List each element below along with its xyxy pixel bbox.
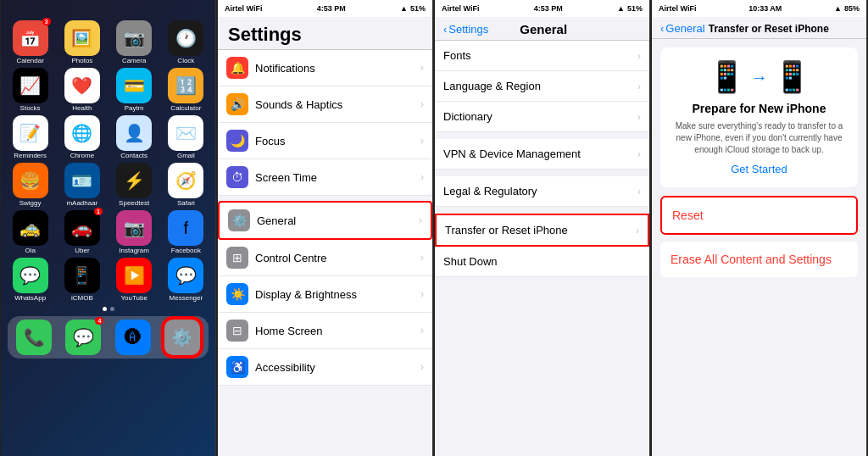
app-label: Safari xyxy=(177,199,195,207)
dock-icon-messages[interactable]: 💬 4 Messages xyxy=(60,320,106,355)
settings-item-control-centre[interactable]: ⊞ Control Centre › xyxy=(218,240,432,276)
settings-item-screen-time[interactable]: ⏱ Screen Time › xyxy=(218,159,432,196)
arrow-icon: → xyxy=(751,68,768,87)
erase-label: Erase All Content and Settings xyxy=(670,253,832,266)
app-icon-contacts[interactable]: 👤 Contacts xyxy=(110,115,159,159)
general-item-dictionary[interactable]: Dictionary › xyxy=(435,102,649,132)
app-icon-speedtest[interactable]: ⚡ Speedtest xyxy=(110,163,159,207)
app-label: Gmail xyxy=(177,152,195,159)
app-icon-whatsapp[interactable]: 💬 WhatsApp xyxy=(6,258,54,302)
app-label: Photos xyxy=(71,57,92,64)
app-icon-chrome[interactable]: 🌐 Chrome xyxy=(58,115,106,159)
app-icon-messenger[interactable]: 💬 Messenger xyxy=(162,258,210,302)
settings-item-icon: ⚙️ xyxy=(228,209,250,231)
app-label: iCMOB xyxy=(71,294,93,302)
reset-panel: Airtel WiFi 10:33 AM ▲ 85% ‹ General Tra… xyxy=(651,0,868,456)
chevron-icon: › xyxy=(637,111,641,123)
status-bar-general: Airtel WiFi 4:53 PM ▲ 51% xyxy=(435,0,649,17)
new-phone-icon: 📱 xyxy=(773,59,811,95)
app-label: YouTube xyxy=(120,294,147,302)
section-gap xyxy=(435,170,649,176)
app-icon-camera[interactable]: 📷 Camera xyxy=(110,20,159,64)
app-icon-reminders[interactable]: 📝 Reminders xyxy=(6,115,54,159)
general-item-label: Dictionary xyxy=(443,110,637,123)
battery-s: 51% xyxy=(410,4,426,13)
general-item-label: Fonts xyxy=(443,49,637,62)
general-item-language-&-region[interactable]: Language & Region › xyxy=(435,71,649,102)
app-icon-paytm[interactable]: 💳 Paytm xyxy=(110,68,159,112)
app-icon-gmail[interactable]: ✉️ Gmail xyxy=(162,115,210,159)
phone-icon: 📱 xyxy=(708,59,746,95)
app-label: Camera xyxy=(122,57,146,64)
general-item-shut-down[interactable]: Shut Down xyxy=(435,247,649,277)
chevron-icon: › xyxy=(420,252,424,264)
settings-item-home-screen[interactable]: ⊟ Home Screen › xyxy=(218,313,432,349)
app-icon-uber[interactable]: 🚗 1 Uber xyxy=(58,210,106,254)
app-icon-instagram[interactable]: 📷 Instagram xyxy=(110,210,159,254)
back-button-reset[interactable]: ‹ General xyxy=(660,22,705,35)
general-item-vpn-&-device-management[interactable]: VPN & Device Management › xyxy=(435,139,649,170)
prepare-icon: 📱 → 📱 xyxy=(670,59,848,95)
app-icon-img: f xyxy=(168,210,203,246)
settings-item-label: Notifications xyxy=(255,62,420,75)
settings-item-sounds-&-haptics[interactable]: 🔊 Sounds & Haptics › xyxy=(218,86,432,123)
dock-icon-app store[interactable]: 🅐 App Store xyxy=(110,320,156,355)
chevron-icon: › xyxy=(420,135,424,147)
app-icon-img: 👤 xyxy=(116,115,152,151)
app-icon-img: 📈 xyxy=(13,68,48,103)
app-grid: 📅 3 Calendar 🖼️ Photos 📷 Camera 🕐 Clock … xyxy=(4,19,212,303)
dock-icon-phone[interactable]: 📞 Phone xyxy=(11,320,57,355)
reset-button[interactable]: Reset xyxy=(660,196,858,235)
app-icon-health[interactable]: ❤️ Health xyxy=(58,68,106,112)
dot-2 xyxy=(110,307,114,311)
app-icon-img: ❤️ xyxy=(64,68,100,103)
app-icon-img: 📅 3 xyxy=(13,20,48,56)
settings-item-label: Display & Brightness xyxy=(255,288,420,301)
chevron-icon: › xyxy=(420,171,424,183)
chevron-icon: › xyxy=(637,81,641,92)
app-icon-img: 🪪 xyxy=(64,163,100,198)
app-icon-ola[interactable]: 🚕 Ola xyxy=(6,210,54,254)
general-carrier: Airtel WiFi xyxy=(442,4,479,13)
app-icon-facebook[interactable]: f Facebook xyxy=(162,210,210,254)
chevron-icon: › xyxy=(420,361,424,373)
reset-nav-bar: ‹ General Transfer or Reset iPhone xyxy=(652,17,866,39)
app-icon-stocks[interactable]: 📈 Stocks xyxy=(6,68,54,112)
general-item-transfer-or-reset-iphone[interactable]: Transfer or Reset iPhone › xyxy=(435,214,649,247)
app-icon-maadhaar[interactable]: 🪪 mAadhaar xyxy=(58,163,106,207)
reset-content: 📱 → 📱 Prepare for New iPhone Make sure e… xyxy=(652,39,866,456)
chevron-icon: › xyxy=(420,288,424,300)
settings-item-accessibility[interactable]: ♿ Accessibility › xyxy=(218,349,432,386)
badge: 3 xyxy=(42,18,51,25)
dock-icon-settings[interactable]: ⚙️ Settings xyxy=(159,320,205,355)
app-icon-swiggy[interactable]: 🍔 Swiggy xyxy=(6,163,54,207)
app-icon-img: 💬 xyxy=(13,258,48,293)
get-started-button[interactable]: Get Started xyxy=(670,163,848,175)
general-title: General xyxy=(488,22,598,36)
settings-item-display-&-brightness[interactable]: ☀️ Display & Brightness › xyxy=(218,276,432,313)
app-icon-icmob[interactable]: 📱 iCMOB xyxy=(58,258,106,302)
settings-item-focus[interactable]: 🌙 Focus › xyxy=(218,123,432,159)
app-icon-youtube[interactable]: ▶️ YouTube xyxy=(110,258,159,302)
app-icon-safari[interactable]: 🧭 Safari xyxy=(162,163,210,207)
app-icon-img: ✉️ xyxy=(168,115,203,151)
wifi-icon-g: ▲ xyxy=(617,4,625,13)
home-content: 📅 3 Calendar 🖼️ Photos 📷 Camera 🕐 Clock … xyxy=(1,17,215,456)
app-icon-calculator[interactable]: 🔢 Calculator xyxy=(162,68,210,112)
app-icon-img: 📷 xyxy=(116,20,152,56)
app-icon-clock[interactable]: 🕐 Clock xyxy=(162,20,210,64)
app-icon-calendar[interactable]: 📅 3 Calendar xyxy=(6,20,54,64)
general-item-legal-&-regulatory[interactable]: Legal & Regulatory › xyxy=(435,176,649,207)
settings-item-notifications[interactable]: 🔔 Notifications › xyxy=(218,50,432,86)
app-icon-photos[interactable]: 🖼️ Photos xyxy=(58,20,106,64)
general-nav-bar: ‹ Settings General xyxy=(435,17,649,41)
app-icon-img: 🍔 xyxy=(13,163,48,198)
app-label: Calculator xyxy=(170,104,201,112)
app-icon-img: 🚗 1 xyxy=(64,210,100,246)
settings-item-general[interactable]: ⚙️ General › xyxy=(218,201,432,240)
general-item-fonts[interactable]: Fonts › xyxy=(435,41,649,71)
back-button-general[interactable]: ‹ Settings xyxy=(443,23,488,36)
erase-button[interactable]: Erase All Content and Settings xyxy=(660,242,858,277)
settings-item-label: Control Centre xyxy=(255,252,420,264)
dock: 📞 Phone 💬 4 Messages 🅐 App Store ⚙️ Sett… xyxy=(8,316,209,359)
